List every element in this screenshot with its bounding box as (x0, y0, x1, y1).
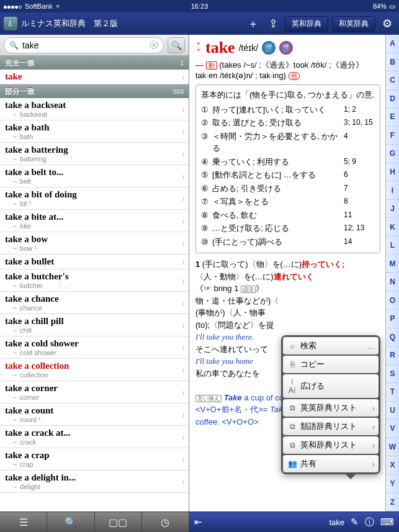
result-word: take a delight in... (5, 472, 184, 483)
bookmark-icon[interactable]: ▢▢ (95, 512, 142, 532)
search-button[interactable]: 🔍 (168, 37, 185, 53)
result-sub: collection (5, 371, 184, 379)
def-row: ⑨…と受け取る; 応じる12; 13 (201, 222, 375, 235)
menu-icon: ⧉ (288, 404, 297, 412)
edit-icon[interactable]: ✎ (351, 516, 359, 528)
app-title: ルミナス英和辞典 第２版 (21, 18, 241, 29)
result-row[interactable]: take a crapcrap› (0, 448, 189, 471)
share-icon[interactable]: ⇪ (265, 17, 281, 30)
alpha-S[interactable]: S (386, 365, 399, 384)
result-row[interactable]: take a belt to...belt› (0, 165, 189, 187)
gear-icon[interactable]: ⚙ (379, 17, 395, 30)
clear-icon[interactable]: ⓧ (150, 40, 158, 51)
result-row[interactable]: take a bit of doingbit ¹› (0, 187, 189, 210)
result-row[interactable]: take a delight in...delight› (0, 471, 189, 493)
partial-header: 部分一致 558 (0, 84, 189, 98)
result-row[interactable]: take› (0, 70, 189, 84)
result-row[interactable]: take a bowbow ¹› (0, 232, 189, 255)
chevron-right-icon: › (182, 276, 185, 286)
alpha-X[interactable]: X (386, 456, 399, 475)
alpha-O[interactable]: O (386, 291, 399, 310)
chevron-right-icon: › (372, 404, 375, 413)
result-word: take a backseat (5, 100, 184, 110)
alpha-Q[interactable]: Q (386, 328, 399, 347)
result-row[interactable]: take a cornercorner› (0, 381, 189, 404)
alpha-J[interactable]: J (386, 200, 399, 219)
headword: take (205, 38, 235, 57)
result-row[interactable]: take a backseatbackseat› (0, 98, 189, 120)
menu-item[interactable]: ⁞A⁞広げる (283, 374, 379, 398)
back-icon[interactable]: ⇤ (194, 516, 202, 528)
alpha-C[interactable]: C (386, 71, 399, 90)
result-word: take a collection (5, 361, 184, 371)
menu-item[interactable]: 👥共有› (283, 455, 379, 472)
result-row[interactable]: take a butcher'sbutcher› (0, 269, 189, 292)
menu-item[interactable]: ⧉英和辞典リスト› (283, 436, 379, 454)
alpha-F[interactable]: F (386, 127, 399, 145)
audio-uk-button[interactable]: UK🔊 (279, 41, 293, 55)
alpha-L[interactable]: L (386, 237, 399, 255)
menu-item[interactable]: ⎘コピー (283, 356, 379, 373)
result-row[interactable]: take a countcount ¹› (0, 404, 189, 426)
keyboard-icon[interactable]: ⌨ (380, 516, 394, 528)
alpha-V[interactable]: V (386, 420, 399, 438)
dict-ej-button[interactable]: 英和辞典 (285, 16, 328, 32)
result-row[interactable]: take a cold showercold shower› (0, 336, 189, 359)
search-tab-icon[interactable]: 🔍 (47, 512, 94, 532)
alpha-P[interactable]: P (386, 310, 399, 328)
result-row[interactable]: take a crack at...crack› (0, 426, 189, 448)
result-sub: bite (5, 222, 184, 230)
result-sub: delight (5, 483, 184, 490)
alpha-D[interactable]: D (386, 90, 399, 109)
result-sub: corner (5, 394, 184, 401)
result-row[interactable]: take a bullet› (0, 255, 189, 269)
alpha-I[interactable]: I (386, 181, 399, 200)
alpha-N[interactable]: N (386, 273, 399, 292)
wifi-icon: ᯤ (55, 2, 62, 10)
chevron-right-icon: › (182, 127, 185, 137)
search-box[interactable]: 🔍 ⓧ (4, 37, 164, 53)
menu-item[interactable]: ⧉英英辞典リスト› (283, 399, 379, 417)
alpha-R[interactable]: R (386, 346, 399, 365)
alpha-Y[interactable]: Y (386, 475, 399, 494)
alpha-H[interactable]: H (386, 163, 399, 182)
result-sub: cold shower (5, 349, 184, 356)
info-icon[interactable]: ⓘ (365, 516, 374, 528)
result-row[interactable]: take a bathbath› (0, 120, 189, 143)
chevron-right-icon: › (182, 387, 185, 397)
result-row[interactable]: take a batteringbattering› (0, 143, 189, 165)
def-row: ③＜時間・労力＞を必要とする, かかる4 (201, 130, 375, 155)
result-word: take a corner (5, 383, 184, 394)
alpha-T[interactable]: T (386, 383, 399, 402)
alpha-U[interactable]: U (386, 402, 399, 420)
alpha-A[interactable]: A (386, 35, 399, 53)
chevron-right-icon: › (182, 410, 185, 420)
audio-us-button[interactable]: US🔊 (262, 41, 276, 55)
alpha-index[interactable]: ABCDEFGHIJKLMNOPQRSTUVWXYZ (385, 35, 399, 512)
history-icon[interactable]: ◷ (142, 512, 189, 532)
alpha-Z[interactable]: Z (386, 493, 399, 512)
add-icon[interactable]: ＋ (245, 16, 261, 31)
chevron-right-icon: › (182, 72, 185, 82)
alpha-E[interactable]: E (386, 108, 399, 127)
result-row[interactable]: take a chill pillchill› (0, 314, 189, 336)
result-row[interactable]: take a bite at...bite› (0, 210, 189, 232)
dict-je-button[interactable]: 和英辞典 (332, 16, 375, 32)
result-row[interactable]: take a collectioncollection› (0, 359, 189, 381)
alpha-K[interactable]: K (386, 218, 399, 237)
alpha-B[interactable]: B (386, 53, 399, 72)
result-sub: belt (5, 178, 184, 185)
menu-item[interactable]: ⌕検索… (283, 337, 379, 354)
result-sub: battering (5, 155, 184, 163)
result-sub: bow ¹ (5, 245, 184, 252)
list-icon[interactable]: ☰ (0, 512, 47, 532)
menu-item[interactable]: ⧉類語辞典リスト› (283, 418, 379, 435)
alpha-W[interactable]: W (386, 438, 399, 457)
result-row[interactable]: take a chancechance› (0, 292, 189, 314)
alpha-G[interactable]: G (386, 145, 399, 163)
def-row: ⑥占める; 引き受ける7 (201, 183, 375, 195)
result-sub: chill (5, 327, 184, 334)
alpha-M[interactable]: M (386, 255, 399, 273)
def-row: ⑦＜写真＞をとる8 (201, 196, 375, 208)
search-input[interactable] (22, 40, 150, 50)
